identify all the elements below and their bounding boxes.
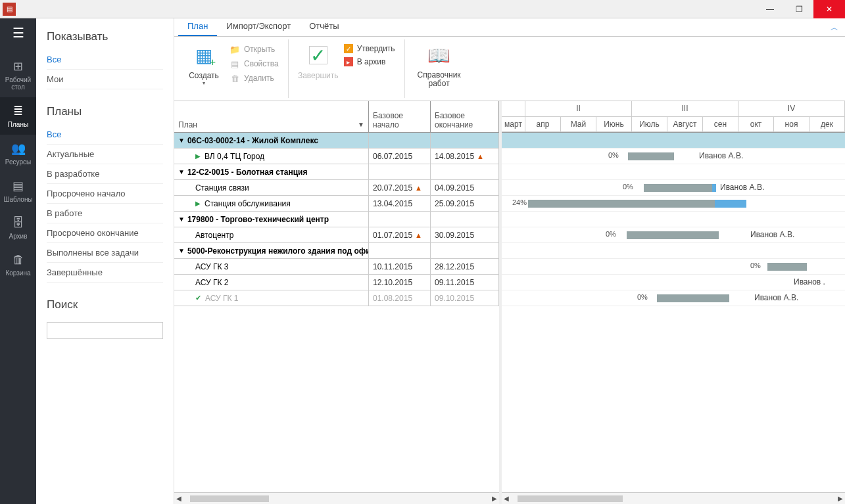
- expand-toggle-icon[interactable]: ▼: [178, 216, 185, 223]
- start-date: 06.07.2015: [373, 152, 412, 161]
- table-row[interactable]: ▼06С-03-0002-14 - Жилой Комплекс: [174, 133, 499, 149]
- gantt-bar[interactable]: [627, 231, 719, 239]
- gantt-row[interactable]: Иванов .: [502, 275, 845, 290]
- gantt-row[interactable]: 0%Иванов А.В.: [502, 180, 845, 196]
- minimize-button[interactable]: —: [756, 0, 785, 18]
- gantt-row[interactable]: 0%: [502, 259, 845, 275]
- end-date: 25.09.2015: [435, 199, 474, 208]
- table-row[interactable]: ▼5000-Реконструкция нежилого здания под …: [174, 243, 499, 259]
- plan-filter-1[interactable]: Актуальные: [47, 145, 163, 164]
- ribbon-tab-0[interactable]: План: [178, 17, 217, 36]
- table-row[interactable]: АСУ ГК 212.10.201509.11.2015: [174, 275, 499, 290]
- maximize-button[interactable]: ❐: [785, 0, 813, 18]
- gantt-row[interactable]: [502, 133, 845, 149]
- gantt-row[interactable]: 24%: [502, 196, 845, 212]
- nav-item-2[interactable]: 👥Ресурсы: [0, 135, 36, 172]
- start-date: 13.04.2015: [373, 199, 412, 208]
- gantt-row[interactable]: [502, 212, 845, 227]
- table-row[interactable]: ✔АСУ ГК 101.08.201509.10.2015: [174, 290, 499, 306]
- nav-icon: ▤: [12, 179, 24, 193]
- owner-label: Иванов А.В.: [699, 151, 743, 160]
- nav-icon: ⊞: [13, 59, 23, 74]
- task-name: Станция обслуживания: [205, 199, 291, 208]
- gantt-bar[interactable]: [644, 184, 712, 192]
- close-button[interactable]: ✕: [813, 0, 845, 18]
- plan-filter-5[interactable]: Просрочено окончание: [47, 223, 163, 243]
- plan-filter-0[interactable]: Все: [47, 125, 163, 145]
- plan-filter-7[interactable]: Завершённые: [47, 263, 163, 283]
- nav-item-0[interactable]: ⊞Рабочий стол: [0, 53, 36, 97]
- month-header: окт: [738, 117, 774, 133]
- gantt-row[interactable]: [502, 164, 845, 180]
- show-title: Показывать: [47, 30, 163, 43]
- grid-hscroll[interactable]: ◀▶: [174, 492, 499, 504]
- ribbon-tab-1[interactable]: Импорт/Экспорт: [217, 17, 300, 36]
- archive-button[interactable]: ▸В архив: [341, 55, 398, 68]
- nav-item-4[interactable]: 🗄Архив: [0, 210, 36, 246]
- gantt-row[interactable]: 0%Иванов А.В.: [502, 290, 845, 306]
- start-date: 01.07.2015: [373, 231, 412, 240]
- search-input[interactable]: [47, 322, 163, 339]
- start-date: 01.08.2015: [373, 294, 412, 303]
- nav-icon: ≣: [13, 104, 23, 118]
- open-button[interactable]: 📁Открыть: [227, 42, 281, 57]
- show-filter-0[interactable]: Все: [47, 50, 163, 70]
- month-header: апр: [525, 117, 561, 133]
- gantt-row[interactable]: [502, 243, 845, 259]
- owner-label: Иванов .: [794, 277, 825, 286]
- nav-label: Планы: [8, 121, 28, 128]
- col-plan-header[interactable]: План▼: [174, 101, 369, 132]
- gantt-bar[interactable]: [628, 152, 674, 160]
- table-row[interactable]: АСУ ГК 310.11.201528.12.2015: [174, 259, 499, 275]
- progress-label: 0%: [608, 151, 619, 159]
- archive-icon: ▸: [344, 57, 353, 66]
- create-button[interactable]: ▦ + Создать ▾: [181, 39, 227, 89]
- table-row[interactable]: ▼12-С2-0015 - Болотная станция: [174, 164, 499, 180]
- ribbon-collapse-icon[interactable]: ︿: [831, 22, 838, 34]
- titlebar: ▤ — ❐ ✕: [0, 0, 845, 18]
- gantt-bar[interactable]: [528, 200, 715, 208]
- approve-button[interactable]: ✓Утвердить: [341, 42, 398, 55]
- plan-filter-6[interactable]: Выполнены все задачи: [47, 243, 163, 263]
- col-end-header[interactable]: Базовое окончание: [431, 101, 499, 132]
- task-name: АСУ ГК 1: [205, 294, 238, 303]
- month-header: март: [502, 117, 525, 133]
- gantt-header: IIIIIIV мартапрМайИюньИюльАвгустсеноктно…: [502, 101, 845, 133]
- table-row[interactable]: ▶Станция обслуживания13.04.201525.09.201…: [174, 196, 499, 212]
- expand-toggle-icon[interactable]: ▼: [178, 137, 185, 144]
- table-row[interactable]: ▶ВЛ 0,4 ТЦ Город06.07.201514.08.2015 ▲: [174, 149, 499, 164]
- gantt-hscroll[interactable]: ◀▶: [502, 492, 845, 504]
- task-name: 179800 - Торгово-технический центр: [187, 215, 329, 224]
- complete-button[interactable]: ✓ Завершить: [295, 39, 341, 83]
- gantt-row[interactable]: 0%Иванов А.В.: [502, 149, 845, 164]
- nav-item-5[interactable]: 🗑Корзина: [0, 246, 36, 283]
- table-row[interactable]: Автоцентр01.07.2015 ▲30.09.2015: [174, 227, 499, 243]
- app-icon: ▤: [3, 3, 16, 16]
- gantt-bar[interactable]: [767, 263, 807, 271]
- nav-item-1[interactable]: ≣Планы: [0, 97, 36, 135]
- handbook-button[interactable]: 📖 Справочник работ: [412, 39, 467, 91]
- properties-button[interactable]: ▤Свойства: [227, 57, 281, 71]
- col-start-header[interactable]: Базовое начало: [369, 101, 431, 132]
- plan-filter-2[interactable]: В разработке: [47, 164, 163, 184]
- end-date: 28.12.2015: [435, 262, 474, 271]
- table-row[interactable]: ▼179800 - Торгово-технический центр: [174, 212, 499, 227]
- ribbon-tab-2[interactable]: Отчёты: [300, 17, 348, 36]
- nav-label: Рабочий стол: [5, 76, 31, 91]
- expand-toggle-icon[interactable]: ▼: [178, 247, 185, 254]
- plan-filter-3[interactable]: Просрочено начало: [47, 184, 163, 204]
- delete-button[interactable]: 🗑Удалить: [227, 71, 281, 85]
- hamburger-icon[interactable]: ☰: [12, 25, 24, 41]
- nav-item-3[interactable]: ▤Шаблоны: [0, 172, 36, 210]
- filter-panel: Показывать ВсеМои Планы ВсеАктуальныеВ р…: [36, 18, 174, 504]
- plan-filter-4[interactable]: В работе: [47, 204, 163, 223]
- gantt-row[interactable]: 0%Иванов А.В.: [502, 227, 845, 243]
- main-area: ПланИмпорт/ЭкспортОтчёты ︿ ▦ + Создать ▾…: [174, 18, 845, 504]
- month-header: Июль: [632, 117, 667, 133]
- sort-icon: ▼: [358, 121, 364, 128]
- expand-toggle-icon[interactable]: ▼: [178, 168, 185, 175]
- task-name: 12-С2-0015 - Болотная станция: [187, 168, 308, 177]
- gantt-bar[interactable]: [657, 294, 729, 302]
- show-filter-1[interactable]: Мои: [47, 70, 163, 89]
- table-row[interactable]: Станция связи20.07.2015 ▲04.09.2015: [174, 180, 499, 196]
